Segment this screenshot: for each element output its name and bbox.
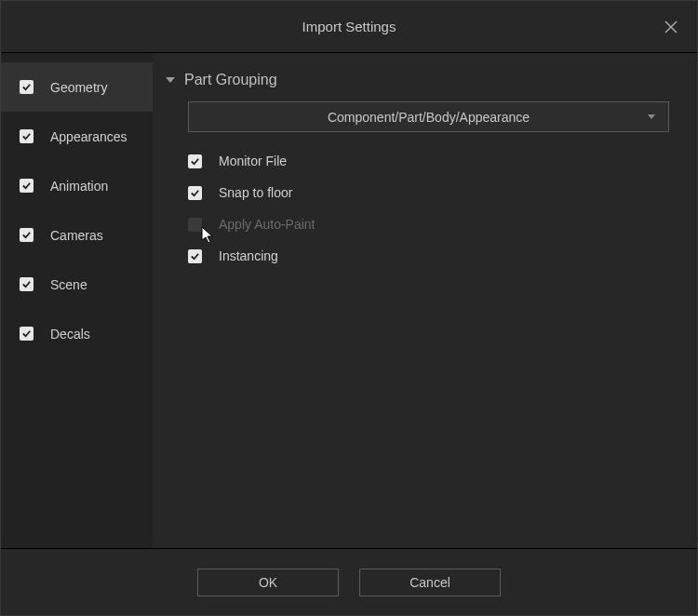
checkbox-monitor-file[interactable] — [188, 154, 202, 168]
titlebar: Import Settings — [1, 1, 697, 53]
chevron-down-icon — [166, 77, 175, 83]
option-label: Instancing — [219, 248, 278, 263]
checkbox-appearances[interactable] — [20, 129, 34, 143]
sidebar-item-animation[interactable]: Animation — [1, 161, 153, 210]
cancel-button[interactable]: Cancel — [359, 569, 501, 596]
checkbox-cameras[interactable] — [20, 228, 34, 242]
checkbox-snap-to-floor[interactable] — [188, 186, 202, 200]
sidebar-item-label: Geometry — [50, 80, 107, 95]
checkbox-scene[interactable] — [20, 277, 34, 291]
dropdown-value: Component/Part/Body/Appearance — [328, 110, 530, 125]
sidebar-item-label: Cameras — [50, 228, 103, 243]
sidebar-item-appearances[interactable]: Appearances — [1, 112, 153, 161]
options-group: Monitor File Snap to floor Apply Auto-Pa… — [188, 145, 669, 272]
sidebar-item-label: Animation — [50, 179, 108, 194]
close-button[interactable] — [660, 16, 682, 38]
option-label: Monitor File — [219, 154, 287, 168]
button-label: OK — [259, 575, 277, 590]
checkbox-instancing[interactable] — [188, 249, 202, 263]
button-label: Cancel — [409, 575, 450, 590]
main-panel: Part Grouping Component/Part/Body/Appear… — [153, 53, 697, 548]
checkbox-decals[interactable] — [20, 327, 34, 341]
section-heading: Part Grouping — [184, 72, 277, 88]
section-part-grouping[interactable]: Part Grouping — [162, 72, 669, 88]
sidebar-item-label: Scene — [50, 277, 87, 292]
option-apply-auto-paint: Apply Auto-Paint — [188, 208, 669, 240]
option-snap-to-floor[interactable]: Snap to floor — [188, 177, 669, 208]
ok-button[interactable]: OK — [197, 569, 339, 596]
checkbox-geometry[interactable] — [20, 80, 34, 94]
dialog-footer: OK Cancel — [1, 548, 697, 615]
sidebar: Geometry Appearances Animation Cameras S… — [1, 53, 153, 548]
dialog-title: Import Settings — [302, 19, 396, 34]
option-label: Snap to floor — [219, 185, 292, 200]
checkbox-apply-auto-paint — [188, 218, 202, 232]
chevron-down-icon — [648, 114, 655, 119]
part-grouping-dropdown[interactable]: Component/Part/Body/Appearance — [188, 101, 669, 132]
sidebar-item-scene[interactable]: Scene — [1, 260, 153, 309]
option-instancing[interactable]: Instancing — [188, 240, 669, 272]
option-label: Apply Auto-Paint — [219, 217, 315, 232]
sidebar-item-geometry[interactable]: Geometry — [1, 62, 153, 112]
sidebar-item-cameras[interactable]: Cameras — [1, 210, 153, 260]
import-settings-dialog: Import Settings Geometry Appearances Ani… — [0, 0, 698, 616]
sidebar-item-label: Appearances — [50, 129, 128, 144]
option-monitor-file[interactable]: Monitor File — [188, 145, 669, 177]
sidebar-item-decals[interactable]: Decals — [1, 309, 153, 358]
checkbox-animation[interactable] — [20, 179, 34, 193]
sidebar-item-label: Decals — [50, 327, 90, 341]
close-icon — [664, 20, 678, 33]
